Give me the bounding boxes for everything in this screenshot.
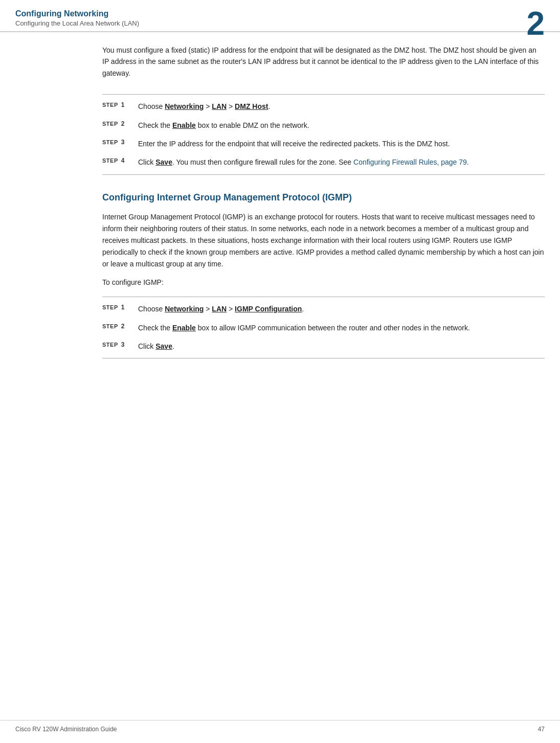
igmp-steps-block: STEP 1 Choose Networking > LAN > IGMP Co… <box>102 297 545 358</box>
dmz-step-1-content: Choose Networking > LAN > DMZ Host. <box>138 101 545 112</box>
dmz-step-4-label: STEP 4 <box>102 156 138 164</box>
dmz-step-1: STEP 1 Choose Networking > LAN > DMZ Hos… <box>102 101 545 112</box>
igmp-step-word-3: STEP <box>102 342 118 348</box>
dmz-step-2-content: Check the Enable box to enable DMZ on th… <box>138 120 545 131</box>
igmp-step-1-content: Choose Networking > LAN > IGMP Configura… <box>138 303 545 314</box>
dmz-step-2: STEP 2 Check the Enable box to enable DM… <box>102 120 545 131</box>
dmz-steps-inner: STEP 1 Choose Networking > LAN > DMZ Hos… <box>102 101 545 175</box>
intro-paragraph: You must configure a fixed (static) IP a… <box>102 44 545 79</box>
dmz-step-4: STEP 4 Click Save. You must then configu… <box>102 156 545 168</box>
igmp-step-word-1: STEP <box>102 304 118 310</box>
igmp-step-2-content: Check the Enable box to allow IGMP commu… <box>138 322 545 333</box>
save-bold-2: Save <box>155 342 172 350</box>
igmp-config-bold: IGMP Configuration <box>235 305 302 313</box>
dmz-step-2-label: STEP 2 <box>102 120 138 127</box>
dmz-step-3-label: STEP 3 <box>102 138 138 146</box>
content-area: You must configure a fixed (static) IP a… <box>0 32 560 371</box>
igmp-step-3-label: STEP 3 <box>102 341 138 348</box>
step-word-2: STEP <box>102 121 118 127</box>
chapter-number: 2 <box>526 7 545 40</box>
step-num-3: 3 <box>121 139 125 146</box>
igmp-steps-inner: STEP 1 Choose Networking > LAN > IGMP Co… <box>102 303 545 358</box>
dmz-step-3-content: Enter the IP address for the endpoint th… <box>138 138 545 149</box>
page-footer: Cisco RV 120W Administration Guide 47 <box>0 720 560 733</box>
step-word-3: STEP <box>102 139 118 145</box>
enable-bold-1: Enable <box>172 121 196 129</box>
dmz-step-3: STEP 3 Enter the IP address for the endp… <box>102 138 545 149</box>
step-num-4: 4 <box>121 157 125 164</box>
step-num-2: 2 <box>121 120 125 127</box>
igmp-step-num-3: 3 <box>121 341 125 348</box>
igmp-step-1: STEP 1 Choose Networking > LAN > IGMP Co… <box>102 303 545 314</box>
configure-igmp-label: To configure IGMP: <box>102 278 545 286</box>
igmp-paragraph: Internet Group Management Protocol (IGMP… <box>102 211 545 270</box>
save-bold-1: Save <box>155 158 172 166</box>
igmp-lan-bold: LAN <box>212 305 227 313</box>
chapter-title: Configuring Networking <box>15 9 545 18</box>
step-word-4: STEP <box>102 157 118 164</box>
footer-left-text: Cisco RV 120W Administration Guide <box>15 726 117 733</box>
page-header: Configuring Networking Configuring the L… <box>0 0 560 32</box>
igmp-step-3: STEP 3 Click Save. <box>102 341 545 352</box>
footer-page-number: 47 <box>538 726 545 733</box>
enable-bold-2: Enable <box>172 324 196 332</box>
igmp-section-heading: Configuring Internet Group Management Pr… <box>102 192 545 203</box>
step-word-1: STEP <box>102 102 118 108</box>
chapter-subtitle: Configuring the Local Area Network (LAN) <box>15 19 545 27</box>
igmp-step-num-2: 2 <box>121 323 125 330</box>
igmp-step-2-label: STEP 2 <box>102 322 138 330</box>
step-num-1: 1 <box>121 101 125 108</box>
igmp-step-1-label: STEP 1 <box>102 303 138 311</box>
igmp-step-num-1: 1 <box>121 304 125 311</box>
igmp-networking-bold: Networking <box>165 305 204 313</box>
dmzhost-bold: DMZ Host <box>235 102 268 110</box>
dmz-steps-block: STEP 1 Choose Networking > LAN > DMZ Hos… <box>102 94 545 175</box>
igmp-step-word-2: STEP <box>102 323 118 329</box>
dmz-step-1-label: STEP 1 <box>102 101 138 108</box>
page-container: Configuring Networking Configuring the L… <box>0 0 560 743</box>
igmp-step-3-content: Click Save. <box>138 341 545 352</box>
networking-bold: Networking <box>165 102 204 110</box>
lan-bold: LAN <box>212 102 227 110</box>
firewall-rules-link[interactable]: Configuring Firewall Rules, page 79 <box>353 158 467 166</box>
dmz-step-4-content: Click Save. You must then configure fire… <box>138 156 545 168</box>
igmp-step-2: STEP 2 Check the Enable box to allow IGM… <box>102 322 545 333</box>
